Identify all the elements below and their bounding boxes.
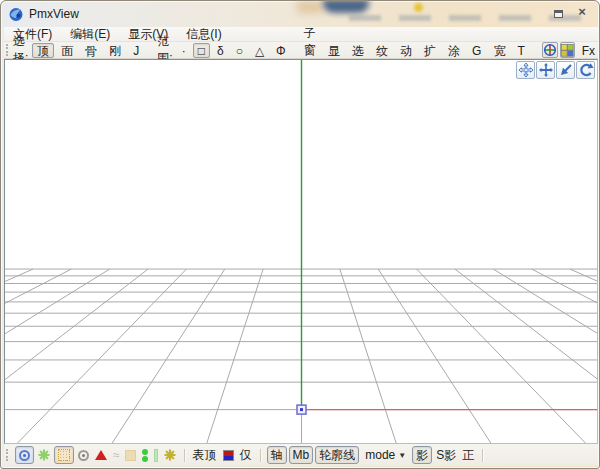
range-phi-button[interactable]: Φ	[271, 43, 291, 58]
masking-toggle[interactable]	[54, 446, 74, 464]
move-view-button[interactable]	[536, 61, 555, 79]
tan-square-icon	[125, 450, 136, 461]
green-flower-icon	[38, 449, 50, 461]
statusbar-grip[interactable]	[6, 449, 11, 461]
pan-view-button[interactable]	[516, 61, 535, 79]
subwindow-paint-button[interactable]: 涂	[443, 43, 465, 58]
surface-vertex-label[interactable]: 表顶	[193, 447, 217, 464]
select-rigid-button[interactable]: 刚	[104, 43, 126, 58]
gizmo-target-icon	[543, 43, 557, 57]
plate-toggle[interactable]	[125, 450, 136, 461]
chevron-down-icon: ▼	[398, 451, 406, 460]
view-nav-bar	[515, 61, 595, 79]
red-blue-square-icon	[223, 450, 234, 461]
app-icon	[8, 6, 24, 22]
range-circle-button[interactable]: ○	[231, 43, 248, 58]
outline-toggle[interactable]: 轮廓线	[315, 446, 359, 464]
shadow-toggle[interactable]: 影	[412, 446, 432, 464]
mb-toggle[interactable]: Mb	[289, 446, 314, 464]
pmxview-window: PmxView × 文件(F) 编辑(E) 显示(V) 信息(I) 选择: 顶 …	[0, 0, 600, 469]
yellow-flower-icon	[164, 449, 176, 461]
range-triangle-button[interactable]: △	[250, 43, 269, 58]
subwindow-motion-button[interactable]: 动	[395, 43, 417, 58]
surface-color-toggle[interactable]	[223, 450, 234, 461]
front-toggle[interactable]: 正	[462, 447, 474, 464]
subwindow-select-button[interactable]: 选	[347, 43, 369, 58]
lightgreen-bar-icon	[154, 449, 158, 462]
fx-button[interactable]: Fx	[577, 43, 600, 58]
glass-blur-blob	[414, 3, 423, 12]
select-vertex-button[interactable]: 顶	[32, 43, 54, 58]
glass-blur-blob	[297, 1, 323, 13]
subwindow-texture-button[interactable]: 纹	[371, 43, 393, 58]
range-delta-button[interactable]: δ	[212, 43, 229, 58]
rotate-view-button[interactable]	[576, 61, 595, 79]
only-label[interactable]: 仅	[240, 447, 252, 464]
menu-info[interactable]: 信息(I)	[177, 27, 230, 42]
mode-dropdown[interactable]: mode ▼	[361, 446, 410, 464]
axis-toggle[interactable]: 轴	[267, 446, 287, 464]
viewport-3d[interactable]	[4, 59, 598, 444]
zoom-view-button[interactable]	[556, 61, 575, 79]
select-joint-button[interactable]: J	[128, 43, 144, 58]
subwindow-extend-button[interactable]: 扩	[419, 43, 441, 58]
flower-toggle[interactable]	[38, 449, 50, 461]
range-rect-button[interactable]: □	[193, 43, 210, 58]
toolbar: 选择: 顶 面 骨 刚 J 范围: · □ δ ○ △ Φ 子窗口: 显 选 纹…	[4, 42, 598, 59]
statusbar-separator	[184, 449, 185, 462]
subwindow-g-button[interactable]: G	[467, 43, 486, 58]
gizmo-toggle-button[interactable]	[542, 42, 558, 58]
range-point-button[interactable]: ·	[177, 43, 191, 58]
subwindow-width-button[interactable]: 宽度	[488, 43, 510, 58]
bar-toggle[interactable]	[154, 449, 158, 462]
move-cross-icon	[538, 62, 554, 78]
select-bone-button[interactable]: 骨	[80, 43, 102, 58]
window-title: PmxView	[29, 7, 79, 21]
select-face-button[interactable]: 面	[56, 43, 78, 58]
subwindow-display-button[interactable]: 显	[323, 43, 345, 58]
glass-blur-blob	[323, 1, 369, 13]
restore-icon	[554, 10, 563, 18]
dotted-square-icon	[58, 449, 70, 461]
zoom-arrow-icon	[558, 62, 574, 78]
red-triangle-icon	[95, 450, 107, 460]
pan-cross-icon	[518, 62, 534, 78]
radio-toggle[interactable]	[78, 450, 89, 461]
rotate-arrow-icon	[578, 62, 594, 78]
gray-target-icon	[78, 450, 89, 461]
status-bar: ≈ 表顶 仅 轴 Mb 轮廓线 mode	[4, 444, 598, 466]
blue-target-icon	[19, 450, 30, 461]
joint-display-toggle[interactable]	[164, 449, 176, 461]
mode-label: mode	[365, 448, 395, 462]
palette-grid-button[interactable]	[560, 42, 575, 58]
capsule-toggle[interactable]	[142, 449, 148, 462]
self-shadow-toggle[interactable]: S影	[436, 447, 456, 464]
menu-edit[interactable]: 编辑(E)	[61, 27, 119, 42]
bone-display-toggle[interactable]	[95, 450, 107, 460]
subwindow-t-button[interactable]: T	[512, 43, 529, 58]
statusbar-separator	[482, 449, 483, 462]
color-grid-icon	[561, 44, 574, 57]
title-bar[interactable]: PmxView ×	[1, 1, 599, 27]
toolbar-grip[interactable]	[6, 44, 8, 56]
close-button[interactable]: ×	[573, 4, 591, 19]
restore-button[interactable]	[549, 4, 567, 19]
ground-grid	[5, 60, 597, 443]
statusbar-separator	[260, 449, 261, 462]
vertex-display-toggle[interactable]	[15, 446, 34, 464]
wave-toggle[interactable]: ≈	[113, 450, 119, 460]
green-capsule-icon	[142, 449, 148, 455]
